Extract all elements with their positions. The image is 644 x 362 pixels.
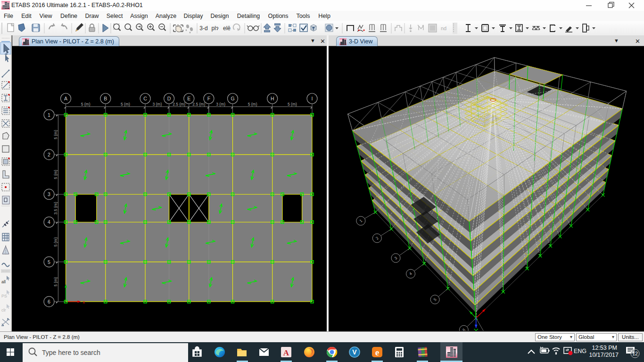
svg-text:E: E (187, 96, 190, 101)
svg-text:3 (m): 3 (m) (216, 102, 225, 107)
svg-text:V: V (352, 348, 357, 356)
svg-text:5 (m): 5 (m) (53, 237, 58, 247)
svg-text:all: all (1, 280, 6, 284)
svg-text:nd: nd (441, 25, 446, 31)
svg-text:clr: clr (1, 308, 6, 313)
svg-text:10/17/2017: 10/17/2017 (589, 352, 619, 358)
svg-text:5 (m): 5 (m) (288, 102, 297, 107)
svg-text:G: G (231, 96, 234, 101)
svg-text:ENG: ENG (574, 348, 586, 354)
svg-text:3.5 (m): 3.5 (m) (53, 202, 58, 214)
svg-text:5 (m): 5 (m) (248, 102, 257, 107)
svg-text:5 (m): 5 (m) (81, 102, 91, 107)
svg-text:plɂ: plɂ (212, 25, 219, 32)
svg-text:12:53 PM: 12:53 PM (592, 345, 617, 351)
svg-text:6: 6 (48, 299, 50, 304)
svg-text:F: F (207, 96, 210, 101)
svg-text:2: 2 (48, 152, 50, 157)
svg-text:5 (m): 5 (m) (121, 102, 130, 107)
svg-text:C: C (143, 96, 147, 101)
svg-text:3-d: 3-d (199, 25, 207, 32)
svg-text:4: 4 (48, 219, 50, 225)
svg-text:2.5 (m): 2.5 (m) (192, 102, 205, 107)
svg-text:2.5 (m): 2.5 (m) (173, 102, 185, 107)
svg-text:A: A (64, 96, 67, 101)
svg-text:A: A (283, 348, 289, 357)
svg-text:3 (m): 3 (m) (152, 102, 162, 107)
svg-text:5 (m): 5 (m) (53, 130, 58, 140)
svg-text:D: D (167, 96, 171, 101)
svg-text:3: 3 (48, 191, 50, 197)
svg-text:I: I (312, 96, 313, 101)
svg-text:5 (m): 5 (m) (53, 170, 58, 179)
svg-text:5: 5 (48, 259, 50, 265)
svg-text:H: H (271, 96, 274, 101)
svg-text:Type here to search: Type here to search (42, 349, 100, 356)
svg-text:elē: elē (223, 25, 231, 32)
svg-text:12: 12 (632, 351, 638, 356)
svg-text:5 (m): 5 (m) (53, 277, 58, 287)
svg-text:B: B (104, 96, 107, 101)
svg-text:PS: PS (1, 294, 7, 298)
svg-text:1: 1 (48, 112, 50, 118)
svg-text:x: x (83, 300, 85, 304)
svg-text:e: e (375, 347, 379, 357)
